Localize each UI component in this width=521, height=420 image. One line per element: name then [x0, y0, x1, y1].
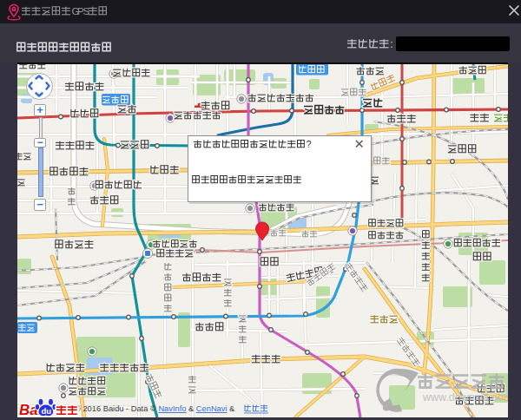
- svg-text::: :: [390, 38, 392, 50]
- svg-text:?: ?: [307, 139, 312, 149]
- svg-text:www.downxia.com: www.downxia.com: [422, 391, 508, 404]
- svg-text:du: du: [42, 406, 52, 416]
- svg-text:S: S: [82, 6, 89, 16]
